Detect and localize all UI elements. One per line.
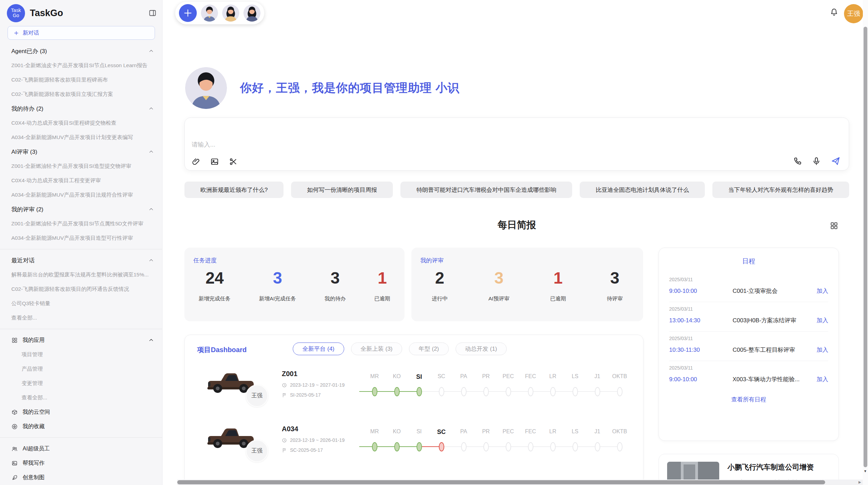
- add-agent-button[interactable]: [179, 4, 197, 22]
- user-avatar[interactable]: 王强: [844, 4, 863, 23]
- vertical-scrollbar[interactable]: ▼: [863, 0, 868, 485]
- milestone-dots: [363, 385, 631, 398]
- milestone-cell: [475, 440, 497, 453]
- stat-card-task-progress: 任务进度24新增完成任务3新增AI完成任务3我的待办1已逾期: [184, 248, 405, 321]
- milestone-dot-row: [363, 385, 631, 398]
- sidebar-section-3[interactable]: 我的评审 (2): [0, 202, 162, 216]
- scissors-icon[interactable]: [229, 157, 238, 166]
- join-link[interactable]: 加入: [817, 287, 828, 295]
- milestone-label: PEC: [497, 373, 519, 381]
- dashboard-tab[interactable]: 全新上装 (3): [351, 343, 402, 355]
- milestone-dot: [506, 442, 511, 451]
- app-sub-item[interactable]: 项目管理: [0, 347, 162, 362]
- sidebar-task-item[interactable]: C02-飞腾新能源轻客改款项目里程碑画布: [0, 73, 162, 87]
- attachment-icon[interactable]: [192, 157, 201, 166]
- milestone-label: PA: [453, 373, 475, 381]
- sidebar-section-0[interactable]: Agent已办 (3): [0, 44, 162, 58]
- milestone-label: PEC: [497, 428, 519, 436]
- milestone-cell: [475, 385, 497, 398]
- sidebar-tool-photo[interactable]: 帮我写作: [0, 456, 162, 470]
- milestone-cell: [408, 385, 430, 398]
- suggestion-chip[interactable]: 比亚迪全固态电池计划具体说了什么: [580, 182, 705, 198]
- sidebar-item-favorites[interactable]: 我的收藏: [0, 419, 162, 434]
- project-date-range: 2023-12-19 ~ 2026-01-19: [290, 437, 345, 443]
- event-name: C003|H0B-方案冻结评审: [733, 316, 817, 324]
- sidebar-section-1[interactable]: 我的待办 (2): [0, 101, 162, 116]
- milestone-cell: [564, 440, 586, 453]
- stat-cell: 3待评审: [607, 269, 623, 302]
- agent-avatar-2[interactable]: [222, 4, 239, 22]
- sidebar-tool-people[interactable]: AI超级员工: [0, 442, 162, 456]
- suggestion-chip[interactable]: 如何写一份清晰的项目周报: [291, 182, 393, 198]
- horizontal-scrollbar[interactable]: ▶: [177, 480, 863, 485]
- phone-call-icon[interactable]: [793, 157, 802, 166]
- suggestion-chip[interactable]: 当下年轻人对汽车外观有怎样的喜好趋势: [712, 182, 849, 198]
- scroll-down-arrow-icon[interactable]: ▼: [864, 469, 867, 473]
- dashboard-tab[interactable]: 全新平台 (4): [293, 343, 344, 355]
- send-icon[interactable]: [831, 156, 841, 166]
- sidebar-section-recent[interactable]: 最近对话: [0, 253, 162, 268]
- suggestion-chip[interactable]: 特朗普可能对进口汽车增税会对中国车企造成哪些影响: [400, 182, 572, 198]
- milestone-dot: [439, 442, 444, 451]
- sidebar-task-item[interactable]: Z001-全新燃油轻卡产品开发项目SI造型提交物评审: [0, 159, 162, 173]
- notification-bell-icon[interactable]: [830, 8, 839, 16]
- sidebar-section-2[interactable]: AI评审 (3): [0, 145, 162, 159]
- project-row[interactable]: 王强Z0012023-12-19 ~ 2027-01-19SI-2025-05-…: [185, 364, 643, 420]
- view-all-schedule-link[interactable]: 查看所有日程: [659, 396, 839, 403]
- milestone-dot: [550, 442, 556, 451]
- sidebar-item-cloud-space[interactable]: 我的云空间: [0, 405, 162, 419]
- milestone-dot: [417, 442, 422, 451]
- milestone-cell: [608, 385, 631, 398]
- recent-chat-item[interactable]: 查看全部...: [0, 311, 162, 325]
- sidebar-tool-feather[interactable]: 创意制图: [0, 470, 162, 485]
- app-logo: Task Go: [7, 4, 25, 22]
- app-sub-item[interactable]: 产品管理: [0, 362, 162, 376]
- sidebar-task-item[interactable]: Z001-全新燃油轻卡产品开发项目SI节点属性5D文件评审: [0, 216, 162, 231]
- project-row[interactable]: 王强A0342023-12-19 ~ 2026-01-19SC-2025-05-…: [185, 420, 643, 475]
- milestone-label: FEC: [519, 428, 542, 436]
- sidebar-section-2-label: AI评审 (3): [11, 148, 148, 156]
- milestone-label: LS: [564, 373, 586, 381]
- layout-grid-icon[interactable]: [830, 221, 839, 230]
- sidebar-task-item[interactable]: C0X4-动力总成开发项目工程变更评审: [0, 173, 162, 188]
- microphone-icon[interactable]: [812, 157, 821, 166]
- recent-chat-item[interactable]: 公司Q3轻卡销量: [0, 296, 162, 311]
- stat-cell: 3新增AI完成任务: [259, 269, 296, 302]
- app-sub-item[interactable]: 变更管理: [0, 376, 162, 390]
- milestone-labels: MRKOSISCPAPRPECFECLRLSJ1OKTB: [363, 428, 631, 436]
- sidebar-task-item[interactable]: C0X4-动力总成开发项目SI里程碑提交物检查: [0, 116, 162, 130]
- collapse-panel-icon[interactable]: [148, 9, 157, 17]
- stat-card-my-review: 我的评审2进行中3AI预评审1已逾期3待评审: [411, 248, 643, 321]
- sidebar-task-item[interactable]: Z001-全新燃油皮卡产品开发项目SI节点Lesson Learn报告: [0, 58, 162, 73]
- image-icon[interactable]: [210, 157, 219, 166]
- vertical-scrollbar-thumb[interactable]: [864, 27, 867, 467]
- recent-chat-item[interactable]: C02-飞腾新能源轻客改款项目的闭环通告反馈情况: [0, 282, 162, 296]
- milestone-cell: [542, 440, 564, 453]
- horizontal-scrollbar-thumb[interactable]: [177, 480, 825, 484]
- sidebar-task-item[interactable]: A034-全新新能源MUV产品开发项目计划变更表编写: [0, 130, 162, 145]
- agent-avatar-3[interactable]: [243, 4, 261, 22]
- new-chat-button[interactable]: 新对话: [8, 26, 155, 40]
- app-sub-item[interactable]: 查看全部...: [0, 390, 162, 405]
- join-link[interactable]: 加入: [817, 346, 828, 354]
- dashboard-tab[interactable]: 动总开发 (1): [456, 343, 507, 355]
- suggestion-chip[interactable]: 欧洲新规最近颁布了什么?: [184, 182, 284, 198]
- agent-avatar-1[interactable]: [201, 4, 218, 22]
- greeting-text: 你好，王强，我是你的项目管理助理 小识: [240, 80, 459, 96]
- milestone-track: MRKOSISCPAPRPECFECLRLSJ1OKTB: [363, 428, 631, 453]
- dashboard-tab[interactable]: 年型 (2): [409, 343, 449, 355]
- stat-label: AI预评审: [489, 295, 509, 302]
- stat-cell: 3AI预评审: [489, 269, 509, 302]
- stat-cell: 1已逾期: [374, 269, 390, 302]
- sidebar-item-my-apps[interactable]: 我的应用: [0, 333, 162, 347]
- message-composer[interactable]: 请输入...: [184, 117, 849, 171]
- join-link[interactable]: 加入: [817, 375, 828, 383]
- sidebar-task-item[interactable]: A034-全新新能源MUV产品开发项目法规符合性评审: [0, 188, 162, 202]
- recent-chat-item[interactable]: 解释最新出台的欧盟报废车法规再生塑料比例被调至15%...: [0, 268, 162, 282]
- scroll-right-arrow-icon[interactable]: ▶: [858, 480, 861, 484]
- sidebar-task-item[interactable]: A034-全新新能源MUV产品开发项目造型可行性评审: [0, 231, 162, 245]
- event-date: 2025/03/11: [669, 336, 828, 341]
- sidebar-task-item[interactable]: C02-飞腾新能源轻客改款项目立项汇报方案: [0, 87, 162, 101]
- sidebar-list: Agent已办 (3)Z001-全新燃油皮卡产品开发项目SI节点Lesson L…: [0, 44, 162, 485]
- join-link[interactable]: 加入: [817, 316, 828, 324]
